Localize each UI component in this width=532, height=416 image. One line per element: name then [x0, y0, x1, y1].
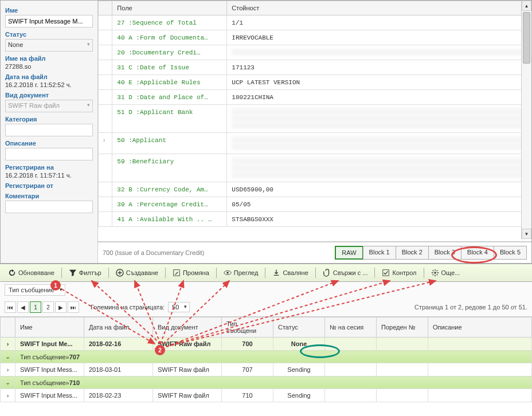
page-last-button[interactable]: ⏭: [68, 301, 79, 313]
expand-icon[interactable]: ›: [7, 340, 9, 347]
field-tag: 41 A :Available With .. …: [117, 216, 212, 223]
table-row[interactable]: › SWIFT Input Mess... 2018-03-01 SWIFT R…: [1, 363, 532, 376]
field-value: STSABGS0XXX: [232, 216, 273, 223]
control-button[interactable]: Контрол: [378, 267, 420, 278]
col-seq[interactable]: Пореден №: [377, 317, 428, 337]
swift-field-row[interactable]: 32 B :Currency Code, Am…USD65900,00: [99, 182, 531, 197]
field-tag: 20 :Documentary Credi…: [117, 49, 200, 56]
doctype-select[interactable]: SWIFT Raw файл: [5, 100, 93, 112]
table-row[interactable]: › SWIFT Input Mess... 2018-02-23 SWIFT R…: [1, 389, 532, 402]
field-value: UCP LATEST VERSION: [232, 79, 300, 86]
swift-detail-pane: Поле Стойност 27 :Sequence of Total1/140…: [98, 1, 531, 263]
msgtype-filter-dropdown[interactable]: Тип съобщение: [5, 284, 65, 296]
swift-field-row[interactable]: 20 :Documentary Credi…XXXXXXXXXXXXX: [99, 45, 531, 60]
edit-button[interactable]: Промяна: [169, 267, 213, 278]
cell-name: SWIFT Input Mess...: [15, 363, 84, 376]
expand-icon[interactable]: ›: [7, 366, 9, 373]
page-1-button[interactable]: 1: [30, 301, 41, 313]
scroll-down-icon[interactable]: ▼: [522, 229, 531, 239]
page-2-button[interactable]: 2: [42, 301, 54, 313]
tab-block3[interactable]: Block 3: [428, 246, 461, 260]
collapse-icon[interactable]: ⌄: [5, 353, 10, 360]
cell-status: Sending: [273, 389, 325, 402]
scroll-up-icon[interactable]: ▲: [522, 1, 531, 11]
col-desc[interactable]: Описание: [428, 317, 532, 337]
page-first-button[interactable]: ⏮: [5, 301, 16, 313]
swift-field-row[interactable]: 39 A :Percentage Credit…05/05: [99, 197, 531, 212]
comments-input[interactable]: [5, 201, 93, 213]
action-toolbar: Обновяване Филтър Създаване Промяна Прег…: [0, 264, 532, 282]
swift-field-row[interactable]: 31 C :Date of Issue171123: [99, 60, 531, 75]
page-next-button[interactable]: ▶: [55, 301, 66, 313]
download-button[interactable]: Сваляне: [269, 267, 311, 278]
filter-button[interactable]: Филтър: [65, 267, 105, 278]
more-label: Още...: [441, 269, 460, 276]
cell-name: SWIFT Input Me...: [15, 337, 84, 351]
field-tag: 40 A :Form of Documenta…: [117, 34, 208, 41]
refresh-button[interactable]: Обновяване: [5, 267, 58, 278]
tab-raw[interactable]: RAW: [335, 246, 363, 260]
filedate-label: Дата на файл: [5, 73, 93, 80]
col-doctype[interactable]: Вид документ: [153, 317, 222, 337]
col-name[interactable]: Име: [15, 317, 84, 337]
field-tag: 51 D :Applicant Bank: [117, 109, 193, 116]
create-button[interactable]: Създаване: [112, 267, 162, 278]
group-707[interactable]: ⌄ Тип съобщение»707: [1, 351, 532, 363]
tab-block2[interactable]: Block 2: [396, 246, 429, 260]
table-row[interactable]: › SWIFT Input Me... 2018-02-16 SWIFT Raw…: [1, 337, 532, 351]
col-filedate[interactable]: Дата на файл: [84, 317, 153, 337]
redacted-value: XXXXXXXXXXXXX: [232, 164, 526, 171]
page-prev-button[interactable]: ◀: [17, 301, 29, 313]
col-msgtype[interactable]: Тип съобщени: [222, 317, 273, 337]
swift-field-row[interactable]: 51 D :Applicant BankXXXXXXXXXXXXXXXXXXXX…: [99, 105, 531, 133]
col-value: Стойност: [227, 1, 531, 15]
swift-field-row[interactable]: 59 :BeneficiaryXXXXXXXXXXXXXXXXXXXXXXXXX…: [99, 154, 531, 182]
tab-block5[interactable]: Block 5: [494, 246, 527, 260]
field-tag: 32 B :Currency Code, Am…: [117, 186, 208, 193]
link-button[interactable]: Свържи с ...: [319, 267, 371, 278]
page-size-dropdown[interactable]: 50: [168, 302, 190, 312]
name-input[interactable]: [5, 15, 93, 28]
messages-grid: Име Дата на файл Вид документ Тип съобще…: [0, 317, 532, 402]
collapse-icon[interactable]: ⌄: [5, 379, 10, 386]
registered-label: Регистриран на: [5, 164, 93, 171]
scrollbar-thumb[interactable]: [523, 12, 530, 64]
field-value: USD65900,00: [232, 186, 273, 193]
tab-block4[interactable]: Block 4: [461, 246, 494, 260]
redacted-value: XXXXXXXXXXXXX: [232, 49, 526, 56]
status-select[interactable]: None: [5, 39, 93, 52]
swift-field-row[interactable]: 40 A :Form of Documenta…IRREVOCABLE: [99, 30, 531, 45]
col-expand: [1, 317, 15, 337]
filter-row: Тип съобщение: [0, 282, 532, 298]
redacted-value: XXXXXXXXXXXXX: [232, 171, 526, 178]
expand-icon[interactable]: ›: [7, 392, 9, 399]
swift-table-wrap: Поле Стойност 27 :Sequence of Total1/140…: [98, 1, 531, 242]
col-expand: [99, 1, 112, 15]
tab-block1[interactable]: Block 1: [363, 246, 396, 260]
cell-status: None: [273, 337, 325, 351]
attach-icon: [323, 269, 331, 277]
swift-field-row[interactable]: 27 :Sequence of Total1/1: [99, 15, 531, 30]
swift-field-row[interactable]: ›50 :ApplicantXXXXXXXXXXXXXXXXXXXXXXXXXX: [99, 133, 531, 154]
col-status[interactable]: Статус: [273, 317, 325, 337]
col-session[interactable]: № на сесия: [325, 317, 377, 337]
filedate-value: 16.2.2018 г. 11:52:52 ч.: [5, 81, 93, 88]
category-input[interactable]: [5, 124, 93, 136]
description-input[interactable]: [5, 148, 93, 160]
swift-field-row[interactable]: 41 A :Available With .. …STSABGS0XXX: [99, 212, 531, 227]
svg-point-5: [434, 272, 436, 274]
field-tag: 31 C :Date of Issue: [117, 64, 189, 71]
field-value: IRREVOCABLE: [232, 34, 273, 41]
view-button[interactable]: Преглед: [220, 267, 262, 278]
group-label: Тип съобщение»: [20, 379, 69, 386]
edit-icon: [173, 269, 181, 277]
expand-icon[interactable]: ›: [103, 137, 105, 143]
swift-field-row[interactable]: 40 E :Applicable RulesUCP LATEST VERSION: [99, 75, 531, 90]
download-label: Сваляне: [283, 269, 308, 276]
gear-icon: [431, 269, 439, 277]
group-710[interactable]: ⌄ Тип съобщение»710: [1, 376, 532, 389]
doctype-label: Вид документ: [5, 92, 93, 99]
vertical-scrollbar[interactable]: ▲ ▼: [521, 1, 531, 239]
more-button[interactable]: Още...: [428, 267, 464, 278]
swift-field-row[interactable]: 31 D :Date and Place of…180221CHINA: [99, 90, 531, 105]
